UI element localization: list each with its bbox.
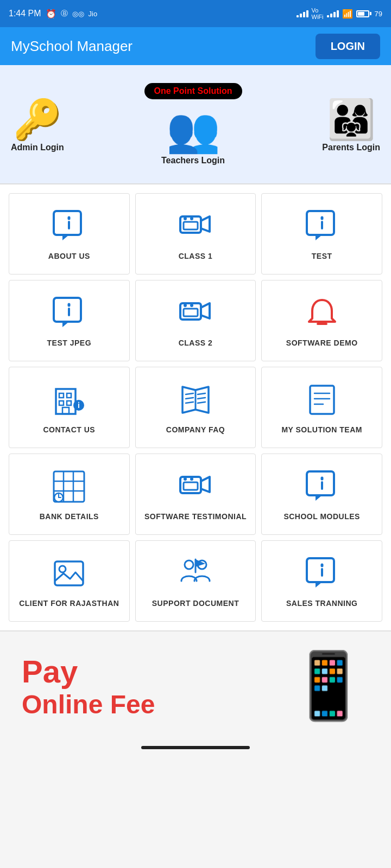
- status-bar: 1:44 PM ⏰ Ⓑ ◎◎ Jio VoWiFi 📶 79: [0, 0, 391, 27]
- svg-point-14: [184, 304, 187, 307]
- signal-bars-2: [327, 10, 339, 17]
- grid-item-test[interactable]: TEST: [261, 193, 382, 275]
- client-for-rajasthan-label: CLIENT FOR RAJASTHAN: [19, 598, 119, 608]
- admin-figure: 🔑: [13, 97, 62, 143]
- alarm-icon: ⏰: [46, 9, 56, 19]
- svg-point-4: [184, 217, 187, 220]
- wifi-icon: 📶: [342, 9, 353, 19]
- class-1-icon: [178, 209, 213, 244]
- banner-content: 🔑 Admin Login One Point Solution 👥 Teach…: [0, 83, 391, 165]
- contact-us-icon: i: [52, 382, 86, 417]
- pay-text: Pay Online Fee: [22, 653, 155, 719]
- grid-item-contact-us[interactable]: i CONTACT US: [9, 367, 130, 448]
- my-solution-team-label: MY SOLUTION TEAM: [281, 425, 362, 435]
- svg-rect-48: [184, 482, 198, 490]
- grid-item-bank-details[interactable]: BANK DETAILS: [9, 454, 130, 535]
- svg-line-29: [186, 402, 193, 403]
- svg-point-15: [190, 304, 193, 307]
- sales-tranning-label: SALES TRANNING: [286, 598, 357, 608]
- svg-point-53: [59, 566, 66, 572]
- contact-us-label: CONTACT US: [43, 425, 95, 435]
- footer-banner: Pay Online Fee 📱: [0, 630, 391, 741]
- svg-rect-49: [307, 471, 334, 495]
- teachers-label: Teachers Login: [161, 156, 225, 165]
- software-demo-label: SOFTWARE DEMO: [286, 338, 358, 348]
- app-header: MySchool Manager LOGIN: [0, 27, 391, 65]
- login-button[interactable]: LOGIN: [316, 34, 380, 59]
- svg-rect-22: [67, 401, 71, 405]
- svg-rect-20: [67, 393, 71, 398]
- svg-line-30: [198, 393, 205, 394]
- class-2-label: CLASS 2: [179, 338, 213, 348]
- grid-item-class-1[interactable]: CLASS 1: [135, 193, 256, 275]
- svg-rect-33: [310, 386, 334, 414]
- client-for-rajasthan-icon: [52, 556, 86, 591]
- svg-line-27: [186, 393, 193, 394]
- bank-details-label: BANK DETAILS: [40, 512, 99, 521]
- grid-item-sales-tranning[interactable]: SALES TRANNING: [261, 540, 382, 622]
- software-testimonial-label: SOFTWARE TESTIMONIAL: [144, 512, 247, 521]
- pay-line2: Online Fee: [22, 690, 155, 719]
- jio-icon: Jio: [89, 10, 98, 18]
- status-left: 1:44 PM ⏰ Ⓑ ◎◎ Jio: [9, 9, 97, 19]
- grid-item-software-demo[interactable]: SOFTWARE DEMO: [261, 280, 382, 361]
- svg-line-28: [186, 398, 193, 399]
- software-testimonial-icon: [178, 469, 213, 504]
- test-icon: [305, 209, 339, 244]
- grid-item-about-us[interactable]: ABOUT US: [9, 193, 130, 275]
- grid-item-school-modules[interactable]: SCHOOL MODULES: [261, 454, 382, 535]
- svg-text:i: i: [78, 401, 80, 410]
- b-icon: Ⓑ: [61, 9, 68, 18]
- teachers-figure: 👥: [166, 105, 220, 156]
- company-faq-label: COMPANY FAQ: [166, 425, 225, 435]
- signal-icon: ◎◎: [72, 10, 84, 18]
- grid-item-company-faq[interactable]: COMPANY FAQ: [135, 367, 256, 448]
- menu-grid: ABOUT US CLASS 1 TEST TEST JPEG: [9, 193, 382, 622]
- bank-details-icon: [52, 469, 86, 504]
- class-1-label: CLASS 1: [179, 251, 213, 261]
- grid-item-class-2[interactable]: CLASS 2: [135, 280, 256, 361]
- company-faq-icon: [178, 382, 213, 417]
- admin-label: Admin Login: [11, 143, 64, 152]
- school-modules-icon: [305, 469, 339, 504]
- status-right: VoWiFi 📶 79: [297, 7, 382, 20]
- my-solution-team-icon: [305, 382, 339, 417]
- menu-grid-section: ABOUT US CLASS 1 TEST TEST JPEG: [0, 184, 391, 630]
- svg-line-31: [198, 398, 205, 399]
- admin-section: 🔑 Admin Login: [11, 97, 64, 152]
- app-title: MySchool Manager: [11, 38, 133, 55]
- svg-rect-19: [59, 393, 64, 398]
- banner-center: One Point Solution 👥 Teachers Login: [144, 83, 242, 165]
- support-document-label: SUPPORT DOCUMENT: [152, 598, 239, 608]
- support-document-icon: [178, 556, 213, 591]
- svg-line-32: [198, 402, 205, 403]
- pay-line1: Pay: [22, 653, 155, 690]
- svg-rect-0: [54, 211, 81, 235]
- home-indicator: [141, 746, 250, 749]
- sales-tranning-icon: [305, 556, 339, 591]
- svg-rect-10: [54, 298, 81, 322]
- svg-rect-57: [307, 558, 334, 582]
- test-jpeg-icon: [52, 296, 86, 330]
- vo-wifi-label: VoWiFi: [312, 7, 324, 20]
- parents-label: Parents Login: [322, 143, 380, 152]
- grid-item-test-jpeg[interactable]: TEST JPEG: [9, 280, 130, 361]
- svg-rect-23: [62, 407, 69, 414]
- about-us-icon: [52, 209, 86, 244]
- tagline-badge: One Point Solution: [144, 83, 242, 99]
- grid-item-client-for-rajasthan[interactable]: CLIENT FOR RAJASTHAN: [9, 540, 130, 622]
- grid-item-my-solution-team[interactable]: MY SOLUTION TEAM: [261, 367, 382, 448]
- parents-section: 👨‍👩‍👧 Parents Login: [322, 97, 380, 152]
- test-label: TEST: [312, 251, 332, 261]
- svg-rect-16: [184, 309, 198, 316]
- grid-item-support-document[interactable]: SUPPORT DOCUMENT: [135, 540, 256, 622]
- hero-banner: 🔑 Admin Login One Point Solution 👥 Teach…: [0, 65, 391, 184]
- battery-icon: [356, 10, 371, 17]
- class-2-icon: [178, 296, 213, 330]
- grid-item-software-testimonial[interactable]: SOFTWARE TESTIMONIAL: [135, 454, 256, 535]
- svg-point-46: [184, 477, 187, 481]
- svg-point-54: [185, 560, 193, 569]
- phone-illustration: 📱: [288, 648, 369, 724]
- school-modules-label: SCHOOL MODULES: [283, 512, 360, 521]
- about-us-label: ABOUT US: [48, 251, 90, 261]
